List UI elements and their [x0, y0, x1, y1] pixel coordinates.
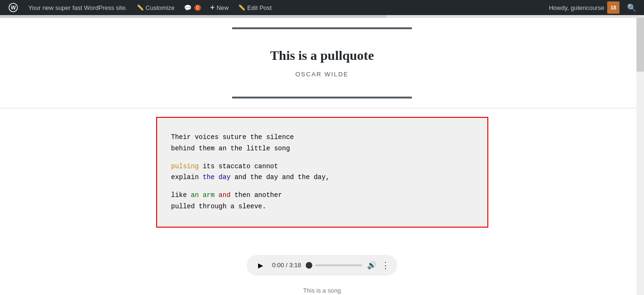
plus-icon: + [210, 3, 215, 12]
audio-player[interactable]: ▶ 0:00 / 3:18 🔊 ⋮ [247, 255, 397, 276]
comments-item[interactable]: 💬 0 [180, 0, 205, 15]
page-scrollbar[interactable] [636, 15, 644, 295]
pullquote-cite: OSCAR WILDE [270, 71, 374, 78]
avatar-number: 18 [611, 5, 616, 10]
audio-time: 0:00 / 3:18 [272, 262, 301, 269]
svg-text:W: W [11, 5, 16, 10]
wp-logo[interactable]: W [4, 0, 23, 15]
new-item[interactable]: + New [207, 0, 233, 15]
comment-icon: 💬 [184, 4, 192, 11]
new-label: New [217, 4, 229, 11]
edit-icon: ✏️ [238, 4, 245, 11]
poem-stanza-3: like an arm and then another pulled thro… [171, 190, 473, 213]
site-name-text: Your new super fast WordPress site. [28, 4, 127, 11]
media-caption: This is a song [303, 287, 341, 294]
avatar: 18 [607, 1, 619, 14]
poem-line-5: like an arm and then another [171, 190, 473, 201]
poem-line-4: explain the day and the day and the day, [171, 172, 473, 183]
progress-track[interactable] [315, 264, 362, 266]
poem-stanza-1: Their voices suture the silence behind t… [171, 132, 473, 155]
admin-bar: W Your new super fast WordPress site. ✏️… [0, 0, 644, 15]
time-total: 3:18 [289, 262, 301, 269]
time-separator: / [286, 262, 289, 269]
search-icon: 🔍 [627, 3, 636, 12]
more-button[interactable]: ⋮ [381, 260, 390, 270]
poem-selected-wrapper[interactable]: Their voices suture the silence behind t… [157, 118, 487, 227]
time-current: 0:00 [272, 262, 284, 269]
poem-line-3: pulsing its staccato cannot [171, 161, 473, 172]
customize-label: Customize [146, 4, 175, 11]
site-name-item[interactable]: Your new super fast WordPress site. [25, 0, 131, 15]
pullquote-text: This is a pullquote [270, 48, 374, 63]
comment-count: 0 [194, 5, 201, 11]
play-button[interactable]: ▶ [254, 259, 268, 272]
poem-stanza-2: pulsing its staccato cannot explain the … [171, 161, 473, 184]
pullquote-section: This is a pullquote OSCAR WILDE [0, 18, 644, 108]
scroll-indicator [0, 15, 644, 18]
poem-line-1: Their voices suture the silence [171, 132, 473, 143]
poem-line-6: pulled through a sleeve. [171, 201, 473, 213]
howdy-item[interactable]: Howdy, gutencourse 18 [545, 0, 623, 15]
pullquote-block[interactable]: This is a pullquote OSCAR WILDE [232, 27, 411, 98]
main-wrapper: This is a pullquote OSCAR WILDE Their vo… [0, 15, 644, 295]
customize-item[interactable]: ✏️ Customize [133, 0, 178, 15]
volume-button[interactable]: 🔊 [367, 261, 376, 270]
edit-post-label: Edit Post [247, 4, 272, 11]
adminbar-right: Howdy, gutencourse 18 🔍 [545, 0, 640, 15]
search-button[interactable]: 🔍 [623, 0, 640, 15]
poem-line-2: behind them an the little song [171, 143, 473, 155]
audio-section: ▶ 0:00 / 3:18 🔊 ⋮ This is a song [0, 236, 644, 295]
poem-section: Their voices suture the silence behind t… [0, 108, 644, 236]
content-area: This is a pullquote OSCAR WILDE Their vo… [0, 15, 644, 295]
play-icon: ▶ [258, 262, 263, 269]
customize-icon: ✏️ [137, 4, 144, 11]
progress-dot [306, 262, 312, 269]
audio-progress[interactable] [306, 262, 362, 269]
poem-block[interactable]: Their voices suture the silence behind t… [157, 118, 487, 227]
howdy-text: Howdy, gutencourse [549, 4, 604, 11]
edit-post-item[interactable]: ✏️ Edit Post [234, 0, 276, 15]
scroll-bar [0, 15, 386, 18]
scrollbar-thumb[interactable] [636, 15, 644, 72]
